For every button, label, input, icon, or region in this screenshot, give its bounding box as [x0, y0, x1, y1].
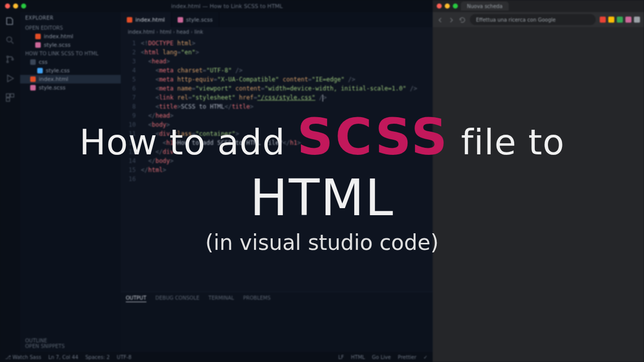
editor-tab[interactable]: index.html — [121, 12, 172, 27]
desktop: index.html — How to Link SCSS to HTML EX… — [0, 0, 644, 362]
browser-viewport[interactable] — [433, 27, 644, 362]
debug-icon[interactable] — [5, 73, 15, 83]
svg-point-1 — [7, 56, 8, 57]
vscode-window: index.html — How to Link SCSS to HTML EX… — [0, 0, 433, 362]
file-tree-item[interactable]: style.css — [20, 66, 121, 75]
editor-area: index.htmlstyle.scss index.html › html ›… — [121, 12, 433, 352]
svg-rect-6 — [7, 98, 10, 102]
panel-tab[interactable]: OUTPUT — [126, 295, 146, 302]
svg-rect-5 — [11, 94, 14, 98]
svg-point-2 — [7, 61, 8, 62]
breadcrumb[interactable]: index.html › html › head › link — [121, 27, 433, 37]
extension-icon[interactable] — [634, 17, 640, 23]
browser-window: Nuova scheda Effettua una ricerca con Go… — [433, 0, 644, 362]
line-gutter: 12345678910111213141516 — [121, 39, 141, 290]
editor-tabs: index.htmlstyle.scss — [121, 12, 433, 27]
project-section[interactable]: HOW TO LINK SCSS TO HTML — [20, 49, 121, 58]
open-editor-item[interactable]: index.html — [20, 32, 121, 41]
browser-toolbar: Effettua una ricerca con Google — [433, 12, 644, 27]
minimize-icon[interactable] — [13, 4, 18, 9]
browser-window-controls[interactable] — [437, 4, 458, 9]
forward-icon[interactable] — [448, 16, 455, 23]
extension-icons — [600, 17, 640, 23]
html-file-icon — [127, 17, 132, 23]
extension-icon[interactable] — [625, 17, 631, 23]
code-lines[interactable]: <!DOCTYPE html><html lang="en"> <head> <… — [141, 39, 433, 290]
file-name: style.scss — [39, 84, 65, 91]
panel-tab[interactable]: DEBUG CONSOLE — [155, 295, 200, 302]
address-bar[interactable]: Effettua una ricerca con Google — [470, 14, 596, 25]
html-file-icon — [30, 76, 36, 82]
file-name: index.html — [39, 76, 68, 82]
reload-icon[interactable] — [459, 16, 466, 23]
bottom-panel: OUTPUTDEBUG CONSOLETERMINALPROBLEMS — [121, 292, 433, 352]
svg-rect-4 — [7, 94, 10, 98]
tab-label: style.scss — [186, 17, 213, 23]
extension-icon[interactable] — [608, 17, 614, 23]
browser-tab[interactable]: Nuova scheda — [461, 2, 509, 11]
maximize-icon[interactable] — [21, 4, 26, 9]
svg-point-3 — [12, 58, 13, 60]
folder-file-icon — [30, 59, 36, 65]
close-icon[interactable] — [437, 4, 442, 9]
maximize-icon[interactable] — [453, 4, 458, 9]
status-item[interactable]: Ln 7, Col 44 — [48, 354, 78, 360]
code-editor[interactable]: 12345678910111213141516 <!DOCTYPE html><… — [121, 37, 433, 292]
outline-section[interactable]: OUTLINE — [25, 338, 116, 343]
vscode-titlebar: index.html — How to Link SCSS to HTML — [0, 0, 433, 12]
status-item[interactable]: ✓ — [424, 354, 428, 360]
status-item[interactable]: LF — [338, 354, 344, 360]
window-title: index.html — How to Link SCSS to HTML — [26, 3, 428, 10]
file-name: css — [39, 59, 48, 65]
scss-file-icon — [178, 17, 183, 23]
minimize-icon[interactable] — [445, 4, 450, 9]
close-icon[interactable] — [5, 4, 10, 9]
open-editor-item[interactable]: style.scss — [20, 41, 121, 49]
html-file-icon — [35, 34, 41, 39]
files-icon[interactable] — [5, 16, 15, 26]
scss-file-icon — [30, 85, 36, 90]
status-item[interactable]: UTF-8 — [117, 354, 131, 360]
tab-label: index.html — [135, 17, 165, 23]
file-tree-item[interactable]: css — [20, 58, 121, 66]
file-name: style.css — [46, 67, 69, 74]
open-editors-section[interactable]: OPEN EDITORS — [20, 24, 121, 32]
panel-tabs: OUTPUTDEBUG CONSOLETERMINALPROBLEMS — [126, 294, 428, 305]
status-item[interactable]: Go Live — [372, 354, 390, 360]
explorer-panel: EXPLORER OPEN EDITORS index.htmlstyle.sc… — [20, 12, 121, 352]
activity-bar — [0, 12, 20, 352]
file-tree-item[interactable]: index.html — [20, 75, 121, 83]
file-name: style.scss — [44, 42, 70, 48]
status-item[interactable]: Spaces: 2 — [86, 354, 110, 360]
window-controls[interactable] — [5, 4, 26, 9]
browser-tabstrip: Nuova scheda — [433, 0, 644, 12]
svg-point-0 — [7, 37, 12, 42]
status-item[interactable]: HTML — [351, 354, 365, 360]
scss-file-icon — [35, 42, 41, 48]
explorer-title: EXPLORER — [20, 12, 121, 24]
file-tree-item[interactable]: style.scss — [20, 83, 121, 92]
extension-icon[interactable] — [617, 17, 623, 23]
panel-tab[interactable]: PROBLEMS — [243, 295, 271, 302]
extensions-icon[interactable] — [5, 93, 15, 103]
status-item[interactable]: Prettier — [398, 354, 417, 360]
extension-icon[interactable] — [600, 17, 606, 23]
panel-tab[interactable]: TERMINAL — [208, 295, 234, 302]
file-name: index.html — [44, 33, 73, 40]
css-file-icon — [37, 68, 43, 73]
snippets-section[interactable]: OPEN SNIPPETS — [25, 343, 116, 349]
status-item[interactable]: ⎇ Watch Sass — [5, 354, 41, 360]
search-icon[interactable] — [5, 35, 15, 45]
editor-tab[interactable]: style.scss — [172, 12, 219, 27]
back-icon[interactable] — [437, 16, 444, 23]
git-icon[interactable] — [5, 54, 15, 64]
status-bar: ⎇ Watch SassLn 7, Col 44Spaces: 2UTF-8LF… — [0, 352, 433, 362]
